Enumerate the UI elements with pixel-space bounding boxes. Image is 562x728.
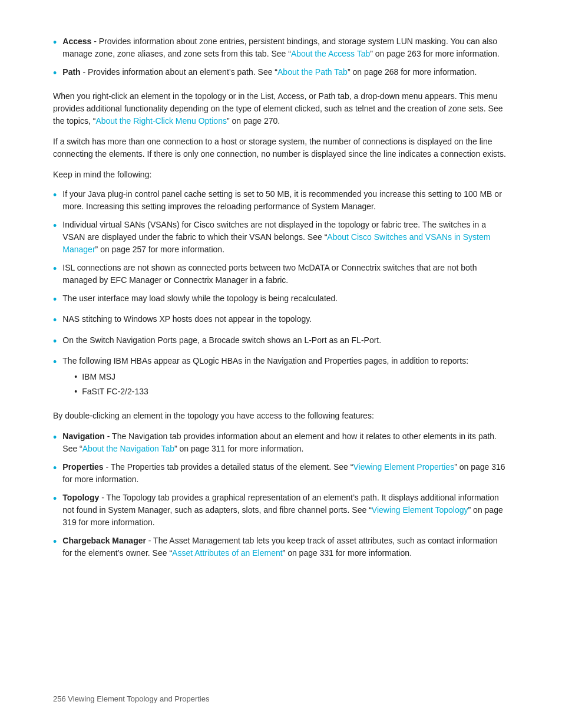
list-item: • Chargeback Manager - The Asset Managem…	[53, 535, 509, 559]
list-item: • Individual virtual SANs (VSANs) for Ci…	[53, 219, 509, 256]
bullet-dot: •	[53, 292, 57, 307]
list-item: • Navigation - The Navigation tab provid…	[53, 430, 509, 455]
list-item: • NAS stitching to Windows XP hosts does…	[53, 313, 509, 328]
list-item: • ISL connections are not shown as conne…	[53, 262, 509, 286]
right-click-link[interactable]: About the Right-Click Menu Options	[95, 116, 227, 126]
bullet-content: Path - Provides information about an ele…	[62, 66, 509, 78]
sub-bullet-list: • IBM MSJ • FaStT FC-2/2-133	[74, 371, 509, 398]
bullet-content: ISL connections are not shown as connect…	[62, 262, 509, 286]
bullet-dot: •	[53, 535, 57, 549]
bullet-dot: •	[53, 334, 57, 349]
list-item: • If your Java plug-in control panel cac…	[53, 188, 509, 213]
list-item: • The following IBM HBAs appear as QLogi…	[53, 355, 509, 400]
bullet-content: Properties - The Properties tab provides…	[62, 461, 509, 486]
term-topology: Topology	[62, 493, 99, 502]
bullet-dot: •	[53, 188, 57, 203]
list-item: • The user interface may load slowly whi…	[53, 292, 509, 307]
nav-after: ” on page 311 for more information.	[174, 444, 303, 453]
props-link[interactable]: Viewing Element Properties	[353, 462, 454, 472]
path-link[interactable]: About the Path Tab	[277, 67, 348, 77]
keep-in-mind-label: Keep in mind the following:	[53, 169, 509, 181]
content-area: • Access - Provides information about zo…	[53, 35, 509, 559]
bullet-content: Individual virtual SANs (VSANs) for Cisc…	[62, 219, 509, 256]
list-item: • Properties - The Properties tab provid…	[53, 461, 509, 486]
sub-item-fastt: FaStT FC-2/2-133	[82, 386, 148, 398]
list-item: • Path - Provides information about an e…	[53, 66, 509, 81]
sub-bullet-dot: •	[74, 371, 77, 383]
page: • Access - Provides information about zo…	[0, 0, 562, 728]
bullet-content: The user interface may load slowly while…	[62, 292, 509, 305]
term-path: Path	[62, 67, 80, 77]
bullet-dot: •	[53, 461, 57, 476]
bullet-content: The following IBM HBAs appear as QLogic …	[62, 355, 509, 400]
bullet-content: Access - Provides information about zone…	[62, 35, 509, 60]
paragraph-double-click: By double-clicking an element in the top…	[53, 410, 509, 422]
cisco-after: ” on page 257 for more information.	[95, 245, 224, 254]
path-after: ” on page 268 for more information.	[348, 67, 477, 77]
sub-list-item: • IBM MSJ	[74, 371, 509, 383]
bullet-dot: •	[53, 313, 57, 328]
bullet-dot: •	[53, 430, 57, 445]
bullet-content: Topology - The Topology tab provides a g…	[62, 492, 509, 529]
term-properties: Properties	[62, 462, 103, 472]
list-item: • Topology - The Topology tab provides a…	[53, 492, 509, 529]
middle-bullet-list: • If your Java plug-in control panel cac…	[53, 188, 509, 400]
term-chargeback: Chargeback Manager	[62, 536, 146, 545]
path-text: - Provides information about an element’…	[81, 67, 277, 77]
bullet-content: Chargeback Manager - The Asset Managemen…	[62, 535, 509, 559]
list-item: • On the Switch Navigation Ports page, a…	[53, 334, 509, 349]
topo-link[interactable]: Viewing Element Topology	[372, 505, 468, 515]
access-after: ” on page 263 for more information.	[370, 49, 499, 58]
top-bullet-list: • Access - Provides information about zo…	[53, 35, 509, 81]
term-access: Access	[62, 37, 91, 46]
para1-after: ” on page 270.	[227, 116, 280, 126]
access-link[interactable]: About the Access Tab	[291, 49, 370, 58]
bullet-dot: •	[53, 355, 57, 370]
bullet-content: Navigation - The Navigation tab provides…	[62, 430, 509, 455]
nav-link[interactable]: About the Navigation Tab	[82, 444, 174, 453]
sub-item-ibm-msj: IBM MSJ	[82, 371, 115, 383]
bullet-content: NAS stitching to Windows XP hosts does n…	[62, 313, 509, 325]
list-item: • Access - Provides information about zo…	[53, 35, 509, 60]
term-navigation: Navigation	[62, 431, 105, 441]
bullet-dot: •	[53, 219, 57, 233]
paragraph-right-click: When you right-click an element in the t…	[53, 90, 509, 127]
ibm-hba-text: The following IBM HBAs appear as QLogic …	[62, 356, 468, 365]
bottom-bullet-list: • Navigation - The Navigation tab provid…	[53, 430, 509, 559]
props-text: - The Properties tab provides a detailed…	[104, 462, 353, 472]
chargeback-after: ” on page 331 for more information.	[283, 548, 412, 558]
bullet-dot: •	[53, 492, 57, 506]
bullet-dot: •	[53, 262, 57, 276]
paragraph-connections: If a switch has more than one connection…	[53, 136, 509, 160]
bullet-content: If your Java plug-in control panel cache…	[62, 188, 509, 213]
bullet-dot: •	[53, 66, 57, 81]
bullet-dot: •	[53, 35, 57, 50]
chargeback-link[interactable]: Asset Attributes of an Element	[172, 548, 283, 558]
bullet-content: On the Switch Navigation Ports page, a B…	[62, 334, 509, 347]
sub-list-item: • FaStT FC-2/2-133	[74, 386, 509, 398]
sub-bullet-dot: •	[74, 386, 77, 398]
page-footer: 256 Viewing Element Topology and Propert…	[53, 693, 209, 705]
